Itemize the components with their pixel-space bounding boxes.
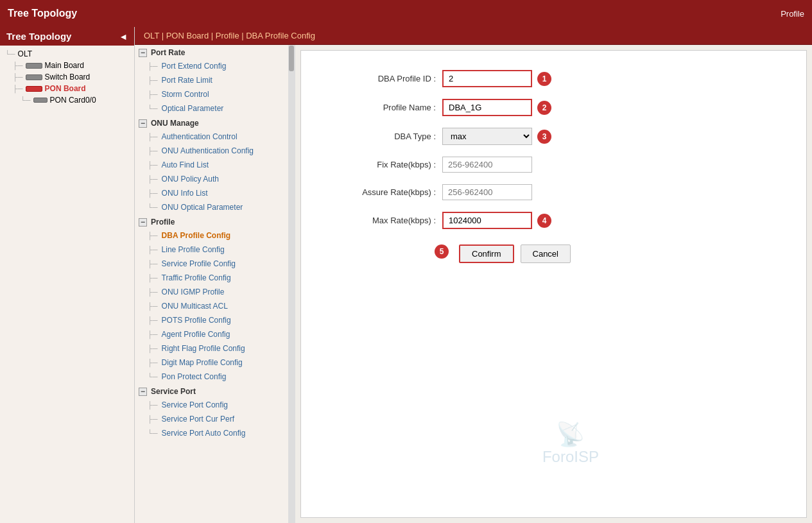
step-3-badge: 3 [537, 130, 551, 144]
collapse-icon: − [139, 388, 147, 396]
form-panel: DBA Profile ID : 1 Profile Name : 2 DBA … [300, 50, 807, 518]
menu-service-port-auto-config[interactable]: └─Service Port Auto Config [135, 426, 288, 440]
connector-icon: └─ [21, 96, 31, 104]
menu-authentication-control[interactable]: ├─Authentication Control [135, 130, 288, 144]
connector-icon: ├─ [148, 175, 158, 183]
step-4-badge: 4 [537, 214, 551, 228]
menu-agent-profile-config[interactable]: ├─Agent Profile Config [135, 327, 288, 341]
pon-card-label: PON Card0/0 [50, 96, 96, 105]
connector-icon: └─ [5, 50, 15, 58]
step-1-badge: 1 [537, 72, 551, 86]
menu-storm-control[interactable]: ├─Storm Control [135, 87, 288, 101]
pon-board-label: PON Board [45, 84, 86, 93]
dba-type-label: DBA Type : [314, 132, 442, 141]
board-icon [26, 63, 42, 69]
menu-traffic-profile-config[interactable]: ├─Traffic Profile Config [135, 271, 288, 285]
step-2-badge: 2 [537, 101, 551, 115]
menu-onu-optical-parameter[interactable]: └─ONU Optical Parameter [135, 200, 288, 214]
menu-pots-profile-config[interactable]: ├─POTS Profile Config [135, 313, 288, 327]
connector-icon: ├─ [148, 147, 158, 155]
menu-auto-find-list[interactable]: ├─Auto Find List [135, 158, 288, 172]
assure-rate-input[interactable] [442, 184, 532, 200]
confirm-button[interactable]: Confirm [459, 244, 514, 263]
scrollbar-thumb [289, 46, 294, 71]
connector-icon: ├─ [148, 274, 158, 282]
menu-right-flag-profile-config[interactable]: ├─Right Flag Profile Config [135, 341, 288, 356]
menu-service-port-cur-perf[interactable]: ├─Service Port Cur Perf [135, 412, 288, 426]
sidebar-item-olt[interactable]: └─ OLT [0, 48, 134, 60]
assure-rate-label: Assure Rate(kbps) : [314, 187, 442, 197]
section-onu-manage[interactable]: − ONU Manage [135, 116, 288, 130]
menu-service-profile-config[interactable]: ├─Service Profile Config [135, 257, 288, 271]
section-label: Port Rate [151, 48, 185, 57]
profile-name-input[interactable] [442, 99, 532, 116]
max-rate-input[interactable] [442, 212, 532, 229]
content-area: OLT | PON Board | Profile | DBA Profile … [135, 27, 812, 523]
connector-icon: ├─ [148, 76, 158, 84]
menu-pon-protect-config[interactable]: └─Pon Protect Config [135, 370, 288, 384]
content-inner: − Port Rate ├─Port Extend Config ├─Port … [135, 45, 812, 523]
form-row-max-rate: Max Rate(kbps) : 4 [314, 212, 793, 229]
connector-icon: ├─ [148, 415, 158, 423]
watermark-icon: 📡 [556, 421, 585, 448]
olt-label: OLT [18, 49, 32, 58]
form-row-dba-profile-id: DBA Profile ID : 1 [314, 70, 793, 87]
dba-profile-id-input[interactable] [442, 70, 532, 87]
menu-dba-profile-config[interactable]: ├─DBA Profile Config [135, 228, 288, 243]
connector-icon: └─ [148, 105, 158, 112]
sidebar-item-main-board[interactable]: ├─ Main Board [0, 60, 134, 71]
menu-onu-igmp-profile[interactable]: ├─ONU IGMP Profile [135, 285, 288, 299]
form-row-fix-rate: Fix Rate(kbps) : [314, 157, 793, 173]
sidebar-header: Tree Topology ◄ [0, 27, 134, 46]
connector-icon: ├─ [148, 133, 158, 141]
sidebar-item-pon-card[interactable]: └─ PON Card0/0 [0, 94, 134, 106]
connector-icon: ├─ [148, 189, 158, 197]
profile-link[interactable]: Profile [781, 9, 804, 19]
menu-onu-multicast-acl[interactable]: ├─ONU Multicast ACL [135, 299, 288, 313]
collapse-icon: − [139, 119, 147, 128]
fix-rate-input[interactable] [442, 157, 532, 173]
menu-port-rate-limit[interactable]: ├─Port Rate Limit [135, 73, 288, 87]
max-rate-label: Max Rate(kbps) : [314, 216, 442, 225]
main-board-label: Main Board [45, 61, 84, 70]
breadcrumb-path: OLT | PON Board | Profile | DBA Profile … [144, 31, 315, 40]
connector-icon: ├─ [148, 401, 158, 409]
form-row-assure-rate: Assure Rate(kbps) : [314, 184, 793, 200]
section-service-port[interactable]: − Service Port [135, 384, 288, 398]
pon-card-icon [33, 98, 48, 103]
left-menu-scrollbar[interactable] [288, 45, 295, 523]
menu-line-profile-config[interactable]: ├─Line Profile Config [135, 243, 288, 257]
sidebar-collapse-arrow[interactable]: ◄ [119, 31, 128, 42]
form-row-dba-type: DBA Type : max fix assure max+fix max+as… [314, 128, 793, 145]
connector-icon: ├─ [148, 232, 158, 239]
connector-icon: ├─ [148, 90, 158, 98]
connector-icon: └─ [148, 373, 158, 381]
connector-icon: ├─ [148, 161, 158, 169]
menu-onu-policy-auth[interactable]: ├─ONU Policy Auth [135, 172, 288, 186]
menu-optical-parameter[interactable]: └─Optical Parameter [135, 101, 288, 116]
sidebar-item-pon-board[interactable]: ├─ PON Board [0, 83, 134, 94]
connector-icon: └─ [148, 203, 158, 211]
menu-onu-info-list[interactable]: ├─ONU Info List [135, 186, 288, 200]
step-5-badge: 5 [435, 244, 449, 259]
section-profile[interactable]: − Profile [135, 214, 288, 228]
menu-service-port-config[interactable]: ├─Service Port Config [135, 398, 288, 412]
collapse-icon: − [139, 218, 147, 227]
collapse-icon: − [139, 49, 147, 57]
dba-profile-id-label: DBA Profile ID : [314, 74, 442, 83]
menu-digit-map-profile-config[interactable]: ├─Digit Map Profile Config [135, 356, 288, 370]
sidebar-item-switch-board[interactable]: ├─ Switch Board [0, 71, 134, 83]
connector-icon: ├─ [148, 302, 158, 310]
dba-type-select[interactable]: max fix assure max+fix max+assure [442, 128, 532, 145]
connector-icon: ├─ [13, 62, 23, 69]
connector-icon: ├─ [148, 345, 158, 352]
section-label: Profile [151, 218, 175, 227]
cancel-button[interactable]: Cancel [521, 244, 571, 263]
connector-icon: ├─ [148, 246, 158, 253]
connector-icon: ├─ [148, 288, 158, 296]
menu-port-extend-config[interactable]: ├─Port Extend Config [135, 59, 288, 73]
watermark: 📡 ForoISP [542, 421, 599, 466]
section-port-rate[interactable]: − Port Rate [135, 45, 288, 59]
board-icon [26, 74, 42, 80]
menu-onu-auth-config[interactable]: ├─ONU Authentication Config [135, 144, 288, 158]
